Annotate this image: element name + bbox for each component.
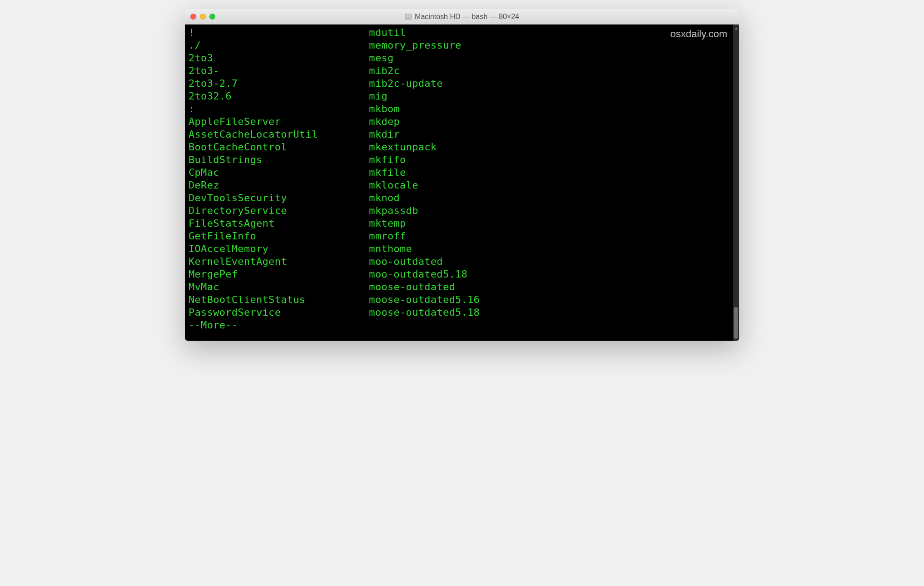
window-title-container: Macintosh HD — bash — 80×24	[405, 13, 519, 21]
terminal-row: 2to3mesg	[189, 52, 735, 65]
command-col1: NetBootClientStatus	[189, 293, 369, 306]
terminal-row: AssetCacheLocatorUtilmkdir	[189, 128, 735, 141]
terminal-row: DevToolsSecuritymknod	[189, 192, 735, 204]
command-col2: mkfifo	[369, 154, 735, 166]
command-col2: mib2c	[369, 65, 735, 77]
command-col1: BootCacheControl	[189, 141, 369, 154]
command-col1: MvMac	[189, 281, 369, 293]
command-col2: mknod	[369, 192, 735, 204]
command-col1: IOAccelMemory	[189, 243, 369, 255]
command-col1: FileStatsAgent	[189, 217, 369, 230]
command-col1: :	[189, 103, 369, 115]
command-col2: moo-outdated5.18	[369, 268, 735, 281]
window-title: Macintosh HD — bash — 80×24	[415, 13, 519, 21]
terminal-row: IOAccelMemorymnthome	[189, 243, 735, 255]
command-col2: moose-outdated	[369, 281, 735, 293]
terminal-row: FileStatsAgentmktemp	[189, 217, 735, 230]
command-col2: mkbom	[369, 103, 735, 115]
command-col2: mkdir	[369, 128, 735, 141]
minimize-button[interactable]	[200, 14, 206, 20]
command-col1: AssetCacheLocatorUtil	[189, 128, 369, 141]
terminal-row: AppleFileServermkdep	[189, 115, 735, 128]
command-col2: memory_pressure	[369, 39, 735, 52]
command-col1: DirectoryService	[189, 204, 369, 217]
command-col2: mig	[369, 90, 735, 103]
command-col1: 2to3-	[189, 65, 369, 77]
scroll-up-arrow-icon[interactable]: ▴	[734, 26, 738, 30]
terminal-row: !mdutil	[189, 26, 735, 39]
terminal-row: CpMacmkfile	[189, 166, 735, 179]
command-col1: DeRez	[189, 179, 369, 192]
scrollbar-track[interactable]: ▴	[733, 25, 739, 341]
command-col1: 2to3-2.7	[189, 77, 369, 90]
command-col2: mesg	[369, 52, 735, 65]
terminal-row: KernelEventAgentmoo-outdated	[189, 255, 735, 268]
command-col2: mnthome	[369, 243, 735, 255]
terminal-window: Macintosh HD — bash — 80×24 osxdaily.com…	[185, 9, 739, 341]
command-col1: CpMac	[189, 166, 369, 179]
command-col1: KernelEventAgent	[189, 255, 369, 268]
command-col2: moose-outdated5.16	[369, 293, 735, 306]
command-col1: !	[189, 26, 369, 39]
terminal-row: 2to3-mib2c	[189, 65, 735, 77]
terminal-output[interactable]: !mdutil./memory_pressure2to3mesg2to3-mib…	[189, 26, 735, 332]
terminal-row: NetBootClientStatusmoose-outdated5.16	[189, 293, 735, 306]
window-titlebar[interactable]: Macintosh HD — bash — 80×24	[185, 9, 739, 25]
command-col1: 2to32.6	[189, 90, 369, 103]
svg-rect-2	[406, 18, 407, 19]
close-button[interactable]	[190, 14, 196, 20]
command-col2: mktemp	[369, 217, 735, 230]
command-col2: mib2c-update	[369, 77, 735, 90]
command-col1: ./	[189, 39, 369, 52]
terminal-row: 2to32.6mig	[189, 90, 735, 103]
terminal-row: MvMacmoose-outdated	[189, 281, 735, 293]
scrollbar-thumb[interactable]	[734, 307, 738, 339]
command-col1: GetFileInfo	[189, 230, 369, 243]
terminal-row: BootCacheControlmkextunpack	[189, 141, 735, 154]
command-col1: DevToolsSecurity	[189, 192, 369, 204]
more-prompt[interactable]: --More--	[189, 319, 238, 331]
terminal-row: MergePefmoo-outdated5.18	[189, 268, 735, 281]
terminal-row: BuildStringsmkfifo	[189, 154, 735, 166]
disk-icon	[405, 13, 412, 20]
command-col1: PasswordService	[189, 306, 369, 319]
maximize-button[interactable]	[209, 14, 215, 20]
command-col1: MergePef	[189, 268, 369, 281]
terminal-row: ./memory_pressure	[189, 39, 735, 52]
terminal-body[interactable]: osxdaily.com !mdutil./memory_pressure2to…	[185, 25, 739, 341]
command-col1: AppleFileServer	[189, 115, 369, 128]
terminal-row: DirectoryServicemkpassdb	[189, 204, 735, 217]
command-col1: BuildStrings	[189, 154, 369, 166]
terminal-row: :mkbom	[189, 103, 735, 115]
command-col2: moose-outdated5.18	[369, 306, 735, 319]
command-col2: mkpassdb	[369, 204, 735, 217]
command-col1: 2to3	[189, 52, 369, 65]
command-col2: moo-outdated	[369, 255, 735, 268]
terminal-row: DeRezmklocale	[189, 179, 735, 192]
terminal-row: GetFileInfommroff	[189, 230, 735, 243]
terminal-row: 2to3-2.7mib2c-update	[189, 77, 735, 90]
command-col2: mkfile	[369, 166, 735, 179]
command-col2: mkdep	[369, 115, 735, 128]
command-col2: mklocale	[369, 179, 735, 192]
command-col2: mkextunpack	[369, 141, 735, 154]
terminal-row: PasswordServicemoose-outdated5.18	[189, 306, 735, 319]
watermark-text: osxdaily.com	[670, 28, 727, 40]
command-col2: mmroff	[369, 230, 735, 243]
traffic-lights	[185, 14, 215, 20]
